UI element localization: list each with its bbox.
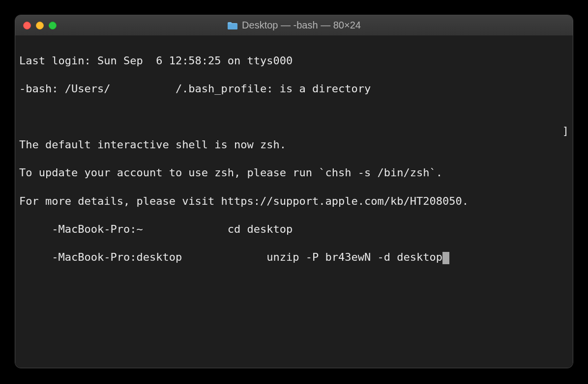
- window-title: Desktop — -bash — 80×24: [15, 20, 573, 31]
- terminal-line: To update your account to use zsh, pleas…: [19, 166, 569, 180]
- terminal-body[interactable]: Last login: Sun Sep 6 12:58:25 on ttys00…: [15, 36, 573, 368]
- terminal-text: To update your account to use zsh, pleas…: [19, 166, 442, 179]
- terminal-text: The default interactive shell is now zsh…: [19, 138, 286, 151]
- folder-icon: [227, 21, 238, 30]
- terminal-line: -MacBook-Pro:desktop unzip -P br43ewN -d…: [19, 250, 569, 265]
- terminal-prompt: -MacBook-Pro:~: [19, 223, 149, 235]
- terminal-text: /.bash_profile: is a directory: [176, 82, 371, 95]
- terminal-command: unzip -P br43ewN -d desktop: [188, 251, 442, 263]
- terminal-text: -bash: /Users/: [19, 82, 110, 95]
- terminal-line: -bash: /Users//.bash_profile: is a direc…: [19, 82, 569, 96]
- scroll-marker: ]: [562, 124, 569, 138]
- terminal-command: cd desktop: [149, 223, 293, 235]
- terminal-line: Last login: Sun Sep 6 12:58:25 on ttys00…: [19, 54, 569, 68]
- terminal-line: For more details, please visit https://s…: [19, 194, 569, 209]
- close-button[interactable]: [23, 22, 31, 29]
- terminal-window: Desktop — -bash — 80×24 Last login: Sun …: [15, 15, 573, 368]
- terminal-line: -MacBook-Pro:~ cd desktop: [19, 222, 569, 237]
- terminal-text: For more details, please visit https://s…: [19, 195, 469, 207]
- window-title-text: Desktop — -bash — 80×24: [242, 20, 361, 31]
- minimize-button[interactable]: [36, 22, 44, 29]
- traffic-lights: [15, 22, 57, 29]
- terminal-line: The default interactive shell is now zsh…: [19, 138, 569, 152]
- cursor: [442, 252, 449, 264]
- maximize-button[interactable]: [49, 22, 57, 29]
- terminal-line: [19, 110, 569, 124]
- titlebar[interactable]: Desktop — -bash — 80×24: [15, 15, 573, 36]
- terminal-prompt: -MacBook-Pro:desktop: [19, 251, 188, 263]
- terminal-text: Last login: Sun Sep 6 12:58:25 on ttys00…: [19, 55, 293, 67]
